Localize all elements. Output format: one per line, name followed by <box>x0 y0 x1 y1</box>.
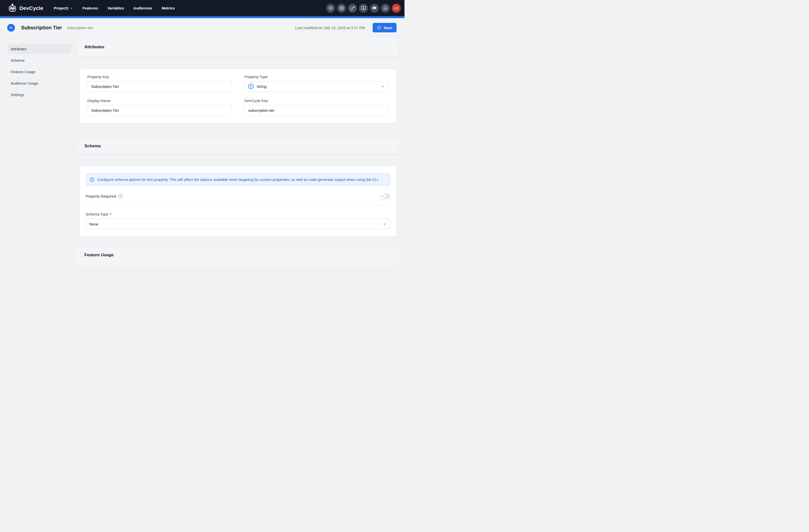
brand-name: DevCycle <box>19 5 43 11</box>
user-avatar[interactable]: LE <box>392 4 401 13</box>
chevron-down-icon <box>381 85 385 88</box>
nav-item-features[interactable]: Features <box>82 6 98 10</box>
schema-section-header: Schema <box>77 138 399 154</box>
devcycle-key-label: DevCycle Key <box>244 99 389 103</box>
top-navbar: DevCycle Project1 Features Variables Aud… <box>0 0 404 16</box>
gear-icon <box>339 6 344 11</box>
attributes-section-header: Attributes <box>77 37 399 57</box>
nav-links: Project1 Features Variables Audiences Me… <box>54 6 175 10</box>
docs-button[interactable] <box>359 4 368 13</box>
display-name-group: Display Name <box>87 99 231 116</box>
nav-project-label: Project1 <box>54 6 68 10</box>
devcycle-key-group: DevCycle Key <box>244 99 389 116</box>
chevron-down-icon <box>70 7 73 10</box>
property-type-label: Property Type <box>244 75 389 79</box>
bell-icon <box>383 6 388 11</box>
devcycle-logo[interactable]: DevCycle <box>7 3 43 13</box>
discord-icon <box>372 6 377 11</box>
navbar-actions: LE <box>326 4 401 13</box>
save-button[interactable]: Save <box>373 23 397 32</box>
save-button-label: Save <box>383 25 392 30</box>
api-keys-button[interactable] <box>348 4 357 13</box>
info-icon[interactable] <box>118 194 123 199</box>
devcycle-key-input[interactable] <box>244 105 389 116</box>
nav-project-switcher[interactable]: Project1 <box>54 6 73 10</box>
attributes-form: Property Key Property Type S String Disp… <box>87 75 389 116</box>
property-type-select[interactable]: S String <box>244 81 389 92</box>
schema-card: Configure schema options for this proper… <box>80 166 397 237</box>
schema-divider <box>86 206 390 206</box>
arrow-left-icon <box>9 25 13 30</box>
main-content: Attributes Property Key Property Type S … <box>77 37 399 266</box>
settings-button[interactable] <box>337 4 346 13</box>
book-icon <box>361 6 366 11</box>
plus-circle-icon <box>328 6 333 11</box>
last-modified-text: Last modified on July 16, 2025 at 3:17 P… <box>295 25 365 30</box>
property-required-row: Property Required ✕ <box>86 193 390 199</box>
property-key-label: Property Key <box>87 75 231 79</box>
page-header: Subscription Tier subscription-tier Last… <box>0 18 404 37</box>
string-type-icon: S <box>248 84 254 89</box>
schema-type-group: Schema Type * None <box>86 212 390 229</box>
schema-type-label-group: Schema Type * <box>86 212 390 216</box>
toggle-knob: ✕ <box>379 193 386 199</box>
nav-item-variables[interactable]: Variables <box>107 6 124 10</box>
section-sidebar: Attributes Schema Feature Usage Audience… <box>0 37 77 266</box>
property-required-label-group: Property Required <box>86 194 123 199</box>
page-title: Subscription Tier <box>21 25 62 31</box>
page-key: subscription-tier <box>67 25 93 30</box>
nav-item-audiences[interactable]: Audiences <box>134 6 152 10</box>
schema-type-select[interactable]: None <box>86 219 390 229</box>
attributes-card: Property Key Property Type S String Disp… <box>80 69 397 123</box>
header-actions: Last modified on July 16, 2025 at 3:17 P… <box>295 23 397 32</box>
schema-type-label: Schema Type <box>86 212 108 216</box>
property-type-group: Property Type S String <box>244 75 389 92</box>
property-required-label: Property Required <box>86 194 116 198</box>
sidebar-item-schema[interactable]: Schema <box>7 55 71 65</box>
feature-usage-section-header: Feature Usage <box>77 247 399 266</box>
toggle-off-icon: ✕ <box>381 195 383 198</box>
key-icon <box>350 6 355 11</box>
display-name-label: Display Name <box>87 99 231 103</box>
property-key-group: Property Key <box>87 75 231 92</box>
sidebar-item-attributes[interactable]: Attributes <box>7 44 71 54</box>
property-key-input[interactable] <box>87 81 231 92</box>
property-type-value: String <box>257 84 266 89</box>
create-button[interactable] <box>326 4 335 13</box>
property-required-toggle[interactable]: ✕ <box>379 193 390 199</box>
check-circle-icon <box>377 25 381 30</box>
notifications-button[interactable] <box>381 4 390 13</box>
schema-section-title: Schema <box>84 144 101 148</box>
back-button[interactable] <box>7 24 15 32</box>
discord-button[interactable] <box>370 4 379 13</box>
info-icon <box>90 177 94 182</box>
feature-usage-section-title: Feature Usage <box>84 252 114 258</box>
display-name-input[interactable] <box>87 105 231 116</box>
sidebar-item-feature-usage[interactable]: Feature Usage <box>7 67 71 77</box>
attributes-section-title: Attributes <box>84 45 104 50</box>
schema-info-text: Configure schema options for this proper… <box>97 177 379 182</box>
robot-logo-icon <box>7 3 17 13</box>
nav-item-metrics[interactable]: Metrics <box>162 6 175 10</box>
page-body: Attributes Schema Feature Usage Audience… <box>0 37 404 266</box>
schema-info-banner: Configure schema options for this proper… <box>86 174 390 185</box>
accent-bar <box>0 16 404 18</box>
schema-type-value: None <box>89 222 98 226</box>
sidebar-item-settings[interactable]: Settings <box>7 90 71 100</box>
sidebar-item-audience-usage[interactable]: Audience Usage <box>7 78 71 88</box>
chevron-down-icon <box>383 222 386 226</box>
required-asterisk: * <box>110 212 111 216</box>
property-type-value-group: S String <box>248 84 266 89</box>
